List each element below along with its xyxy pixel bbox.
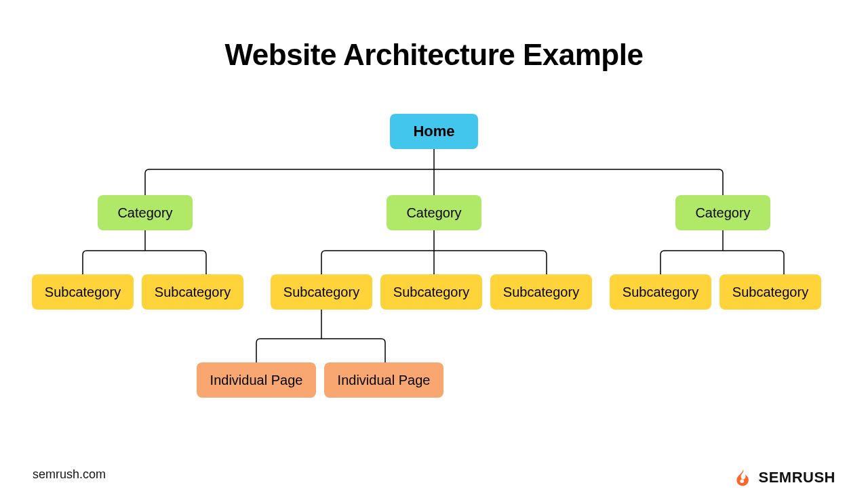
- connector-lines: [0, 0, 868, 502]
- node-subcategory-1b: Subcategory: [142, 274, 243, 310]
- fire-icon: [734, 468, 753, 487]
- node-category-2: Category: [387, 195, 481, 230]
- node-subcategory-2a: Subcategory: [271, 274, 372, 310]
- brand-text: SEMRUSH: [758, 469, 835, 486]
- node-home: Home: [390, 114, 478, 149]
- node-category-3: Category: [675, 195, 770, 230]
- node-subcategory-3a: Subcategory: [610, 274, 711, 310]
- brand-logo: SEMRUSH: [734, 468, 835, 487]
- footer-url: semrush.com: [33, 467, 106, 482]
- node-subcategory-3b: Subcategory: [719, 274, 821, 310]
- node-individual-page-1: Individual Page: [197, 362, 316, 398]
- node-subcategory-2c: Subcategory: [490, 274, 592, 310]
- node-subcategory-2b: Subcategory: [380, 274, 482, 310]
- node-category-1: Category: [98, 195, 193, 230]
- svg-point-0: [741, 479, 745, 483]
- node-individual-page-2: Individual Page: [324, 362, 443, 398]
- node-subcategory-1a: Subcategory: [32, 274, 134, 310]
- diagram-title: Website Architecture Example: [0, 38, 868, 72]
